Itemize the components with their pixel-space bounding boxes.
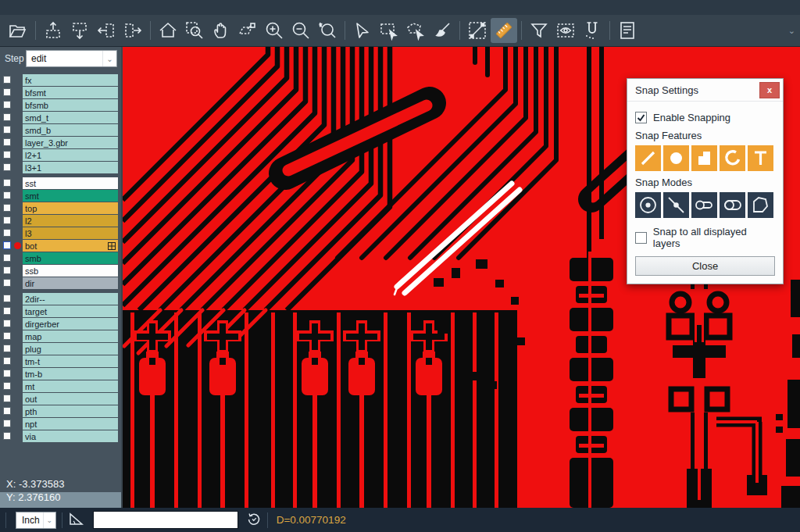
layer-visibility-checkbox[interactable] — [3, 113, 11, 121]
layer-color-bar[interactable]: pth — [23, 405, 118, 417]
layer-row[interactable]: tm-b — [0, 368, 121, 380]
layer-color-bar[interactable]: ssb — [23, 265, 118, 277]
layer-visibility-checkbox[interactable] — [3, 395, 11, 402]
zoom-object-button[interactable] — [234, 18, 261, 43]
layer-visibility-checkbox[interactable] — [3, 138, 11, 146]
layer-visibility-checkbox[interactable] — [3, 370, 11, 377]
layer-visibility-checkbox[interactable] — [3, 407, 11, 415]
zoom-home-button[interactable] — [155, 18, 181, 43]
layer-visibility-checkbox[interactable] — [3, 101, 11, 109]
pan-hand-button[interactable] — [208, 18, 234, 43]
layer-color-bar[interactable]: layer_3.gbr — [23, 137, 118, 148]
chevron-down-icon[interactable]: ⌄ — [43, 512, 55, 528]
layer-visibility-checkbox[interactable] — [3, 163, 11, 171]
pan-right-button[interactable] — [120, 18, 146, 43]
pan-left-button[interactable] — [93, 18, 120, 43]
layer-row[interactable]: tm-t — [0, 355, 121, 367]
step-dropdown[interactable]: edit ⌄ — [26, 50, 117, 67]
layer-visibility-checkbox[interactable] — [3, 320, 11, 327]
layer-row[interactable]: out — [0, 393, 121, 405]
layer-row[interactable]: l3+1 — [0, 162, 121, 173]
layer-visibility-checkbox[interactable] — [3, 279, 11, 287]
snap-arc-button[interactable] — [720, 145, 745, 171]
layer-color-bar[interactable]: map — [23, 330, 118, 342]
layer-row[interactable]: dir — [0, 277, 121, 289]
layer-color-bar[interactable]: l3 — [23, 227, 118, 239]
layer-visibility-checkbox[interactable] — [3, 332, 11, 340]
select-polygon-button[interactable] — [402, 18, 429, 43]
menu-item[interactable] — [59, 6, 73, 9]
select-arrow-button[interactable] — [349, 18, 376, 43]
layer-row[interactable]: bot — [0, 240, 121, 252]
layer-visibility-checkbox[interactable] — [3, 191, 11, 199]
snap-line-button[interactable] — [635, 145, 661, 171]
layer-color-bar[interactable]: smd_b — [23, 124, 118, 136]
snap-contour-button[interactable] — [748, 192, 773, 218]
layer-color-bar[interactable]: out — [23, 393, 118, 405]
menu-item[interactable] — [17, 6, 31, 9]
layer-row[interactable]: fx — [0, 74, 121, 86]
layer-color-bar[interactable]: bot — [23, 240, 118, 252]
filter-button[interactable] — [526, 18, 552, 43]
zoom-in-button[interactable] — [261, 18, 288, 43]
view-selection-button[interactable] — [552, 18, 579, 43]
layer-visibility-checkbox[interactable] — [3, 357, 11, 365]
layer-visibility-checkbox[interactable] — [3, 241, 11, 249]
layer-color-bar[interactable]: tm-b — [23, 368, 118, 380]
measure-points-button[interactable] — [464, 18, 491, 43]
toolbar-overflow-chevron[interactable]: ⌄ — [788, 26, 795, 36]
layer-color-bar[interactable]: l2+1 — [23, 149, 118, 161]
layer-color-bar[interactable]: dir — [23, 277, 118, 289]
layer-row[interactable]: smd_b — [0, 124, 121, 136]
layer-color-bar[interactable]: npt — [23, 418, 118, 430]
layer-color-bar[interactable]: l2 — [23, 215, 118, 227]
layer-row[interactable]: via — [0, 430, 121, 442]
layer-visibility-checkbox[interactable] — [3, 126, 11, 134]
menu-item[interactable] — [45, 6, 59, 9]
layer-row[interactable]: map — [0, 330, 121, 342]
zoom-previous-button[interactable] — [314, 18, 341, 43]
sync-icon[interactable] — [246, 511, 262, 530]
layer-row[interactable]: plug — [0, 343, 121, 355]
layer-color-bar[interactable]: bfsmt — [23, 87, 118, 98]
layer-color-bar[interactable]: bfsmb — [23, 99, 118, 111]
enable-snapping-checkbox[interactable] — [635, 112, 647, 123]
snap-surface-button[interactable] — [691, 145, 717, 171]
layer-visibility-checkbox[interactable] — [3, 420, 11, 427]
enable-snapping-row[interactable]: Enable Snapping — [635, 112, 775, 123]
snap-slot-button[interactable] — [720, 192, 745, 218]
layer-visibility-checkbox[interactable] — [3, 382, 11, 390]
layer-visibility-checkbox[interactable] — [3, 254, 11, 262]
zoom-window-button[interactable] — [181, 18, 208, 43]
layer-row[interactable]: bfsmb — [0, 99, 121, 111]
layer-visibility-checkbox[interactable] — [3, 151, 11, 159]
layer-row[interactable]: dirgerber — [0, 318, 121, 330]
layer-row[interactable]: npt — [0, 418, 121, 430]
measure-ruler-button[interactable] — [491, 18, 517, 43]
layer-visibility-checkbox[interactable] — [3, 432, 11, 440]
unit-dropdown[interactable]: Inch ⌄ — [16, 512, 56, 529]
layer-color-bar[interactable]: target — [23, 305, 118, 317]
close-icon[interactable]: x — [759, 82, 780, 98]
snap-pad-button[interactable] — [663, 145, 689, 171]
layer-visibility-checkbox[interactable] — [3, 179, 11, 187]
snap-text-button[interactable] — [748, 145, 773, 171]
dialog-title-bar[interactable]: Snap Settings x — [627, 79, 783, 102]
layer-row[interactable]: mt — [0, 380, 121, 392]
layer-color-bar[interactable]: sst — [23, 177, 118, 189]
pan-up-button[interactable] — [40, 18, 66, 43]
layer-row[interactable]: bfsmt — [0, 87, 121, 98]
layer-visibility-checkbox[interactable] — [3, 295, 11, 302]
layer-visibility-checkbox[interactable] — [3, 88, 11, 96]
layer-visibility-checkbox[interactable] — [3, 216, 11, 224]
layer-row[interactable]: l2+1 — [0, 149, 121, 161]
layer-row[interactable]: pth — [0, 405, 121, 417]
layer-visibility-checkbox[interactable] — [3, 266, 11, 274]
snap-center-button[interactable] — [635, 192, 661, 218]
layer-row[interactable]: l2 — [0, 215, 121, 227]
layer-color-bar[interactable]: smd_t — [23, 112, 118, 123]
layer-row[interactable]: top — [0, 202, 121, 214]
layer-color-bar[interactable]: l3+1 — [23, 162, 118, 173]
layer-row[interactable]: ssb — [0, 265, 121, 277]
layer-color-bar[interactable]: tm-t — [23, 355, 118, 367]
